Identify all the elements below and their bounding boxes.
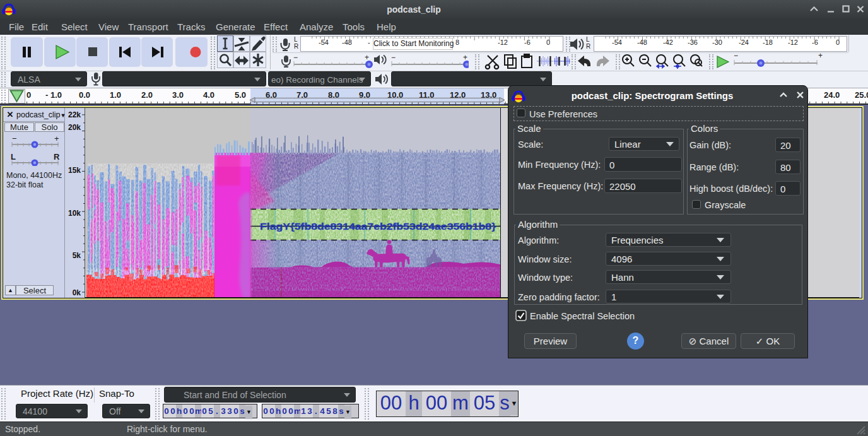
svg-text:−: −: [391, 54, 396, 62]
svg-text:FlagY{5fb8de8314aa7eb2fb53d24a: FlagY{5fb8de8314aa7eb2fb53d24ae356b1b8}: [260, 221, 496, 232]
svg-text:R: R: [54, 152, 60, 162]
svg-text:−: −: [293, 54, 298, 62]
svg-text:−: −: [12, 134, 17, 143]
svg-text:+: +: [818, 53, 823, 60]
svg-text:+: +: [54, 134, 59, 143]
svg-text:−: −: [734, 53, 738, 60]
svg-text:L: L: [11, 152, 16, 162]
